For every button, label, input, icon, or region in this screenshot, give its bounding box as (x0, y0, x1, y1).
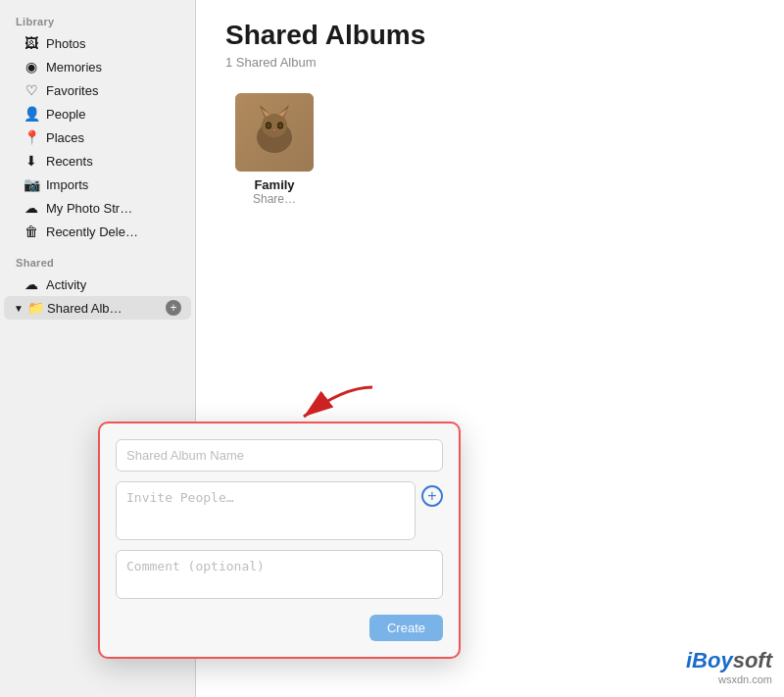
album-share-text: Share… (253, 192, 296, 206)
create-shared-album-popup: + Create (98, 422, 461, 659)
watermark-url: wsxdn.com (686, 673, 772, 685)
iboysoft-brand-soft: soft (733, 648, 772, 672)
sidebar-item-places[interactable]: 📍 Places (4, 125, 191, 149)
album-grid: Family Share… (225, 93, 755, 206)
sidebar-item-label: Favorites (46, 83, 98, 98)
sidebar-item-label: Photos (46, 36, 85, 51)
album-name: Family (254, 177, 294, 192)
sidebar-item-my-photo-stream[interactable]: ☁ My Photo Str… (4, 196, 191, 220)
sidebar-item-favorites[interactable]: ♡ Favorites (4, 78, 191, 102)
sidebar-item-people[interactable]: 👤 People (4, 102, 191, 125)
shared-albums-icon: 📁 (27, 300, 43, 316)
sidebar-item-label: My Photo Str… (46, 201, 132, 216)
comment-input[interactable] (116, 550, 443, 599)
album-item-family[interactable]: Family Share… (225, 93, 323, 206)
add-shared-album-button[interactable]: + (166, 300, 181, 316)
album-count: 1 Shared Album (225, 55, 755, 70)
imports-icon: 📷 (24, 176, 39, 192)
page-title: Shared Albums (225, 20, 755, 51)
sidebar-item-shared-albums[interactable]: ▼ 📁 Shared Alb… + (4, 296, 191, 320)
sidebar-item-recently-deleted[interactable]: 🗑 Recently Dele… (4, 220, 191, 243)
sidebar-item-label: Imports (46, 177, 88, 192)
create-button[interactable]: Create (369, 615, 443, 641)
sidebar-item-label: Places (46, 130, 84, 145)
popup-footer: Create (116, 615, 443, 641)
watermark: iBoysoft wsxdn.com (686, 648, 772, 685)
favorites-icon: ♡ (24, 82, 39, 98)
sidebar-item-photos[interactable]: 🖼 Photos (4, 31, 191, 55)
svg-point-14 (273, 129, 276, 131)
album-name-input[interactable] (116, 439, 443, 472)
sidebar-item-label: Memories (46, 60, 102, 75)
activity-cloud-icon: ☁ (24, 276, 39, 292)
memories-icon: ◉ (24, 59, 39, 75)
svg-point-12 (268, 124, 270, 127)
cloud-icon: ☁ (24, 200, 39, 216)
sidebar-item-activity[interactable]: ☁ Activity (4, 273, 191, 296)
sidebar-item-label: Activity (46, 277, 86, 292)
trash-icon: 🗑 (24, 224, 39, 239)
invite-row: + (116, 481, 443, 540)
sidebar-item-imports[interactable]: 📷 Imports (4, 173, 191, 196)
sidebar-item-memories[interactable]: ◉ Memories (4, 55, 191, 78)
library-section-label: Library (0, 10, 195, 31)
svg-point-3 (262, 114, 287, 137)
album-thumbnail (235, 93, 314, 172)
cat-photo (235, 93, 314, 172)
sidebar-item-label: Shared Alb… (47, 301, 162, 316)
svg-point-13 (279, 124, 281, 127)
sidebar-item-label: Recents (46, 154, 93, 169)
shared-section-label: Shared (0, 251, 195, 273)
add-person-button[interactable]: + (421, 485, 443, 507)
people-icon: 👤 (24, 106, 39, 122)
watermark-brand: iBoysoft (686, 648, 772, 673)
photos-icon: 🖼 (24, 35, 39, 51)
iboysoft-brand-b: Boy (692, 648, 733, 672)
expand-arrow-icon: ▼ (14, 303, 24, 314)
sidebar-item-label: People (46, 107, 85, 122)
sidebar-item-recents[interactable]: ⬇ Recents (4, 149, 191, 173)
recents-icon: ⬇ (24, 153, 39, 169)
places-icon: 📍 (24, 129, 39, 145)
sidebar-item-label: Recently Dele… (46, 224, 138, 239)
invite-people-input[interactable] (116, 481, 416, 540)
